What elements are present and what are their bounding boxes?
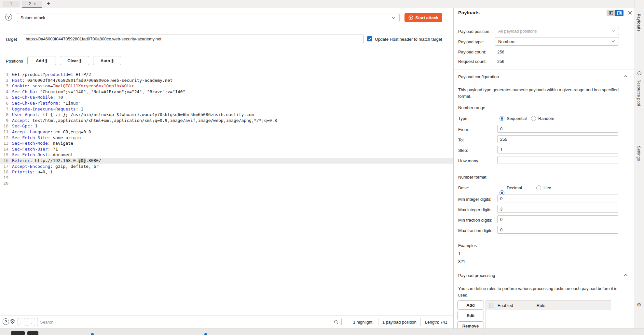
divider <box>0 52 453 52</box>
edit-label: Edit <box>467 313 475 318</box>
request-line: 19 <box>0 175 453 181</box>
divider <box>454 69 635 69</box>
bottom-strip <box>0 328 644 335</box>
how-many-input[interactable] <box>497 156 618 164</box>
clear-positions-button[interactable]: Clear § <box>60 56 89 65</box>
to-input[interactable] <box>497 135 618 143</box>
footer-help-icon[interactable]: ? <box>3 318 9 325</box>
request-line: 16Referer: http://192.168.0.§0§:8080/ <box>0 158 453 164</box>
auto-positions-button[interactable]: Auto § <box>93 56 121 65</box>
step-label: Step: <box>458 148 468 153</box>
request-line: 17Accept-Encoding: gzip, deflate, br <box>0 164 453 169</box>
search-icon <box>334 320 339 325</box>
new-tab-button[interactable]: + <box>45 0 52 7</box>
payload-position-select[interactable]: All payload positions <box>495 27 619 35</box>
attack-tab-1[interactable]: 1 <box>3 1 20 7</box>
processing-edit-button[interactable]: Edit <box>457 311 484 320</box>
rules-table-header: Enabled Rule <box>486 301 611 310</box>
rail-tab-resource-pool[interactable]: Resource pool <box>637 80 641 106</box>
line-number: 14 <box>0 146 11 152</box>
collapse-section-icon[interactable] <box>623 75 628 78</box>
start-attack-button[interactable]: Start attack <box>404 13 442 22</box>
line-number: 4 <box>0 89 11 95</box>
step-input[interactable] <box>497 146 618 153</box>
update-host-checkbox[interactable] <box>367 36 372 41</box>
chevron-down-icon <box>611 40 615 43</box>
payload-type-select[interactable]: Numbers <box>495 37 619 46</box>
divider <box>378 318 378 326</box>
request-line: 12Sec-Fetch-Site: same-origin <box>0 135 453 141</box>
payload-configuration-description: This payload type generates numeric payl… <box>458 87 623 100</box>
request-line: 9Accept: text/html,application/xhtml+xml… <box>0 118 453 124</box>
rail-tab-payloads[interactable]: Payloads <box>637 14 641 32</box>
request-line: 14Sec-Fetch-User: ?1 <box>0 146 453 152</box>
rail-tab-settings[interactable]: Settings <box>637 146 641 161</box>
line-number: 15 <box>0 152 11 158</box>
min-fraction-digits-input[interactable] <box>497 215 618 223</box>
payload-configuration-header: Payload configuration <box>458 74 499 79</box>
max-integer-digits-label: Max integer digits: <box>458 207 493 212</box>
request-line: 10Sec-Gpc: 1 <box>0 123 453 129</box>
layout-left-icon[interactable] <box>607 10 615 16</box>
how-many-label: How many: <box>458 158 479 163</box>
payload-processing-header: Payload processing <box>458 273 495 278</box>
search-prev-button[interactable]: ← <box>18 318 26 326</box>
attack-help-icon[interactable]: ? <box>5 14 12 21</box>
attack-type-select[interactable]: Sniper attack <box>17 13 400 22</box>
line-number: 19 <box>0 175 11 181</box>
arrow-right-icon: → <box>29 320 33 325</box>
line-number: 2 <box>0 78 11 83</box>
from-input[interactable] <box>497 125 618 133</box>
editor-settings-gear-icon[interactable]: ⚙ <box>10 318 15 325</box>
request-length: Length: 741 <box>425 320 447 325</box>
request-line: 20 <box>0 181 453 186</box>
line-number: 16 <box>0 158 11 164</box>
attack-tab-bar: 1 2 × + <box>0 0 644 8</box>
line-number: 12 <box>0 135 11 141</box>
range-type-label: Type: <box>458 116 469 121</box>
rail-gear-icon[interactable]: ⚙ <box>637 301 641 308</box>
line-number: 11 <box>0 129 11 135</box>
attack-tab-2[interactable]: 2 × <box>22 1 42 7</box>
to-label: To: <box>458 138 464 142</box>
target-url-input[interactable] <box>23 35 364 43</box>
add-position-button[interactable]: Add § <box>27 56 56 65</box>
search-input[interactable] <box>37 318 342 326</box>
number-range-header: Number range <box>458 105 485 110</box>
sequential-label: Sequential <box>507 116 527 121</box>
search-next-button[interactable]: → <box>27 318 35 326</box>
layout-right-icon[interactable] <box>615 10 623 16</box>
line-number: 9 <box>0 118 11 124</box>
request-line: 3Cookie: session=TmalQI8ll1Xoryeds6xx1On… <box>0 83 453 89</box>
resource-pool-icon[interactable] <box>637 71 642 76</box>
request-line: 5Sec-Ch-Ua-Mobile: ?0 <box>0 95 453 100</box>
request-line: 1GET /product?productId=1 HTTP/2 <box>0 72 453 78</box>
active-tab-underline <box>22 7 42 8</box>
divider <box>454 23 635 23</box>
sequential-radio[interactable] <box>500 116 504 121</box>
random-radio[interactable] <box>531 116 536 121</box>
payload-position-value: All payload positions <box>498 29 537 34</box>
max-integer-digits-input[interactable] <box>497 205 618 213</box>
line-number: 20 <box>0 181 11 186</box>
rule-column-header: Rule <box>537 303 545 308</box>
indicator-dot <box>204 333 207 335</box>
hex-radio[interactable] <box>536 185 541 190</box>
number-format-header: Number format <box>458 175 486 180</box>
request-line: 15Sec-Fetch-Dest: document <box>0 152 453 158</box>
select-all-checkbox[interactable] <box>489 303 494 308</box>
collapse-section-icon[interactable] <box>623 274 628 277</box>
check-icon <box>368 37 372 40</box>
chevron-down-icon <box>391 16 396 19</box>
processing-add-button[interactable]: Add <box>457 300 484 310</box>
enabled-column-header: Enabled <box>498 303 537 308</box>
min-integer-digits-input[interactable] <box>497 195 618 202</box>
min-fraction-digits-label: Min fraction digits: <box>458 218 492 223</box>
tab-label: 1 <box>10 2 12 6</box>
request-editor[interactable]: 1GET /product?productId=1 HTTP/22Host: 0… <box>0 70 453 315</box>
tab-close-icon[interactable]: × <box>34 2 36 6</box>
random-label: Random <box>538 116 554 121</box>
close-panel-icon[interactable] <box>627 10 633 15</box>
max-fraction-digits-label: Max fraction digits: <box>458 228 493 233</box>
max-fraction-digits-input[interactable] <box>497 226 618 234</box>
